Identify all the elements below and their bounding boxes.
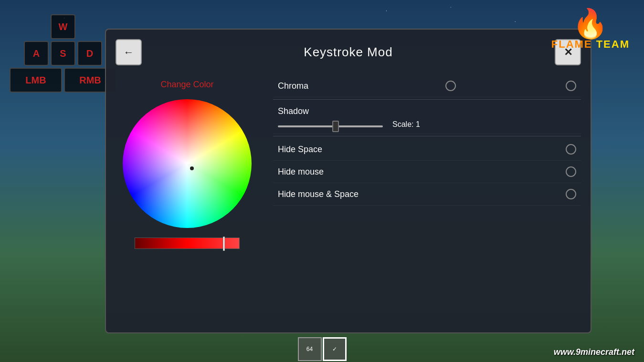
watermark: www.9minecraft.net [554,347,634,357]
shadow-label: Shadow [278,106,309,116]
hide-mouse-row: Hide mouse [273,161,581,183]
top-key-row: W [10,14,116,39]
hide-mouse-space-label: Hide mouse & Space [278,189,359,199]
scale-label: Scale: 1 [392,120,420,129]
color-bar-thumb [223,237,225,251]
chroma-label: Chroma [278,81,335,91]
hotbar-slot-2[interactable]: ✓ [323,337,347,361]
color-wheel-selector-dot [190,166,194,170]
change-color-label: Change Color [160,80,213,90]
back-button[interactable]: ← [116,39,142,65]
chroma-radio-left[interactable] [445,81,456,91]
chroma-toggle-left [335,81,566,91]
hide-mouse-space-radio[interactable] [566,189,576,199]
key-lmb: LMB [10,68,62,93]
key-d: D [77,41,102,66]
keys-overlay: W A S D LMB RMB [10,14,116,94]
hide-space-radio[interactable] [566,144,576,155]
settings-panel: Chroma Shadow Scale: 1 [273,75,581,321]
flame-text-orange: FLAME [551,38,592,50]
dialog-title: Keystroke Mod [304,45,392,60]
keystroke-mod-dialog: ← Keystroke Mod ✕ Change Color Chroma [105,29,591,333]
hotbar-slot-1[interactable]: 64 [298,337,322,361]
logo-area: 🔥 FLAME TEAM [551,10,630,51]
hide-mouse-radio[interactable] [566,166,576,177]
hide-mouse-label: Hide mouse [278,167,324,177]
flame-team-text: FLAME TEAM [551,38,630,51]
shadow-label-row: Shadow [278,106,576,116]
key-s: S [51,41,75,66]
chroma-radio-right[interactable] [566,81,576,91]
color-wheel-container[interactable] [123,99,252,228]
color-bar-container[interactable] [135,238,240,249]
hide-space-label: Hide Space [278,145,322,155]
color-bar[interactable] [135,238,239,248]
dialog-body: Change Color Chroma [116,75,581,321]
key-w: W [51,14,75,39]
flame-text-yellow: TEAM [596,38,630,50]
separator-2 [273,136,581,136]
scale-slider-thumb[interactable] [332,121,339,132]
hotbar: 64 ✓ [0,336,644,362]
dialog-header: ← Keystroke Mod ✕ [116,39,581,65]
scale-slider-track[interactable] [278,125,383,127]
hide-space-row: Hide Space [273,138,581,161]
flame-icon: 🔥 [572,10,608,38]
color-picker-panel: Change Color [116,75,259,321]
middle-key-row: A S D [10,41,116,66]
shadow-section: Shadow Scale: 1 [273,102,581,134]
separator-1 [273,99,581,100]
chroma-row: Chroma [273,75,581,97]
bottom-key-row: LMB RMB [10,68,116,93]
hide-mouse-space-row: Hide mouse & Space [273,183,581,206]
color-wheel[interactable] [123,99,252,228]
key-a: A [24,41,49,66]
